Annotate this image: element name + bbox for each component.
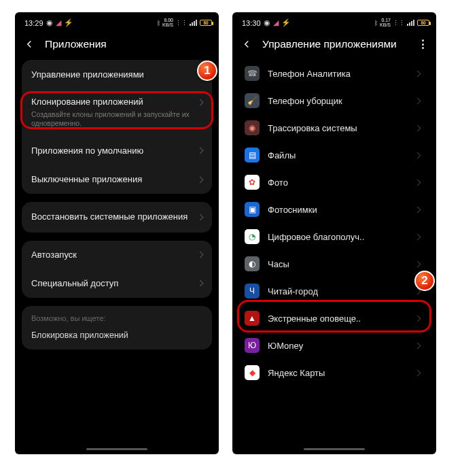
chevron-right-icon (414, 315, 421, 322)
app-row[interactable]: ◆Яндекс Карты (241, 359, 428, 386)
app-icon: Ю (245, 338, 260, 353)
wifi-icon: ⋮⋮ (393, 20, 405, 27)
chevron-right-icon (414, 97, 421, 104)
chevron-right-icon (414, 206, 421, 213)
chevron-right-icon (414, 70, 421, 77)
arrow-icon: ◢ (273, 18, 279, 27)
app-icon: 🧹 (245, 93, 260, 108)
app-icon: ▲ (245, 311, 260, 326)
more-menu-icon[interactable] (417, 39, 428, 49)
status-time: 13:29 (24, 19, 43, 27)
app-icon: Ч (245, 284, 260, 299)
hint-title: Возможно, вы ищете: (22, 314, 212, 326)
page-title: Управление приложениями (262, 38, 408, 50)
row-disabled-apps[interactable]: Выключенные приложения (22, 165, 212, 194)
row-app-management[interactable]: Управление приложениями (22, 60, 212, 90)
signal-icon (190, 20, 198, 26)
settings-group-3: Автозапуск Специальный доступ (22, 241, 212, 299)
app-icon: ◉ (245, 120, 260, 135)
app-icon: ◔ (245, 229, 260, 244)
flash-icon: ⚡ (281, 18, 291, 27)
chevron-right-icon (197, 252, 204, 258)
battery-icon: 80 (417, 20, 429, 26)
header: Приложения (15, 31, 219, 60)
chevron-right-icon (197, 148, 204, 154)
chevron-right-icon (414, 233, 421, 240)
hint-link[interactable]: Блокировка приложений (22, 326, 212, 350)
flash-icon: ⚡ (64, 18, 73, 27)
row-default-apps[interactable]: Приложения по умолчанию (22, 137, 212, 165)
app-icon: ✿ (245, 175, 260, 190)
signal-icon (407, 20, 415, 26)
arrow-icon: ◢ (56, 18, 61, 27)
app-name-label: Телефон уборщик (268, 96, 403, 106)
settings-group-1: Управление приложениями Клонирование при… (22, 60, 212, 194)
chevron-right-icon (414, 369, 421, 376)
app-icon: ▣ (245, 202, 260, 217)
status-bar: 13:29 ◉ ◢ ⚡ ᛒ 8.00KB/S ⋮⋮ 80 (15, 12, 219, 31)
chevron-right-icon (414, 179, 421, 186)
back-icon[interactable] (23, 38, 35, 50)
app-name-label: Фотоснимки (268, 205, 403, 215)
chevron-right-icon (414, 342, 421, 349)
app-row[interactable]: ◔Цифровое благополуч.. (241, 223, 428, 250)
app-name-label: Трассировка системы (268, 123, 403, 133)
chevron-right-icon (414, 260, 421, 267)
app-name-label: Файлы (268, 150, 403, 160)
header: Управление приложениями (232, 31, 436, 60)
app-row[interactable]: ☎Телефон Аналитика (241, 60, 428, 87)
battery-icon: 80 (200, 20, 212, 26)
app-name-label: Телефон Аналитика (268, 69, 403, 79)
step-badge-2: 2 (414, 271, 435, 291)
chevron-right-icon (197, 176, 204, 183)
settings-group-2: Восстановить системные приложения (22, 202, 212, 232)
chevron-right-icon (197, 214, 204, 220)
app-row[interactable]: 🧹Телефон уборщик (241, 87, 428, 114)
hint-card: Возможно, вы ищете: Блокировка приложени… (22, 306, 212, 350)
chevron-right-icon (414, 124, 421, 131)
whatsapp-icon: ◉ (46, 18, 53, 27)
phone-screen-2: 13:30 ◉ ◢ ⚡ ᛒ 0.17KB/S ⋮⋮ 80 Управление … (232, 12, 436, 454)
row-restore-system[interactable]: Восстановить системные приложения (22, 202, 212, 232)
app-row[interactable]: ЧЧитай-город (241, 277, 428, 305)
settings-list: Управление приложениями Клонирование при… (15, 60, 219, 454)
app-name-label: Часы (268, 259, 403, 269)
apps-list[interactable]: ☎Телефон Аналитика🧹Телефон уборщик◉Трасс… (232, 60, 436, 454)
row-cloning[interactable]: Клонирование приложений Создавайте клоны… (22, 90, 212, 137)
app-icon: ◆ (245, 365, 260, 380)
app-row[interactable]: ◉Трассировка системы (241, 114, 428, 141)
phone-screen-1: 13:29 ◉ ◢ ⚡ ᛒ 8.00KB/S ⋮⋮ 80 Приложения … (15, 12, 219, 454)
app-name-label: ЮMoney (268, 341, 403, 351)
row-autostart[interactable]: Автозапуск (22, 241, 212, 269)
chevron-right-icon (197, 99, 204, 105)
back-icon[interactable] (241, 38, 253, 50)
bluetooth-icon: ᛒ (374, 20, 378, 27)
home-indicator[interactable] (304, 448, 365, 450)
app-name-label: Яндекс Карты (268, 368, 403, 378)
app-name-label: Экстренные оповеще.. (268, 313, 403, 324)
app-name-label: Цифровое благополуч.. (268, 232, 403, 242)
app-icon: ▤ (245, 148, 260, 163)
app-row[interactable]: ▣Фотоснимки (241, 196, 428, 223)
page-title: Приложения (45, 38, 211, 50)
chevron-right-icon (414, 152, 421, 158)
app-name-label: Фото (268, 177, 403, 188)
status-time: 13:30 (242, 19, 261, 27)
wifi-icon: ⋮⋮ (175, 20, 188, 27)
status-bar: 13:30 ◉ ◢ ⚡ ᛒ 0.17KB/S ⋮⋮ 80 (232, 12, 436, 31)
app-name-label: Читай-город (268, 286, 403, 296)
app-row[interactable]: ▤Файлы (241, 141, 428, 169)
row-special-access[interactable]: Специальный доступ (22, 269, 212, 298)
app-row[interactable]: ✿Фото (241, 169, 428, 196)
chevron-right-icon (197, 280, 204, 287)
app-row[interactable]: ▲Экстренные оповеще.. (241, 305, 428, 332)
app-icon: ◐ (245, 256, 260, 271)
app-row[interactable]: ЮЮMoney (241, 332, 428, 359)
step-badge-1: 1 (197, 61, 217, 81)
whatsapp-icon: ◉ (264, 18, 270, 27)
network-speed: 8.00KB/S (162, 18, 173, 27)
app-row[interactable]: ◐Часы (241, 250, 428, 277)
app-icon: ☎ (245, 66, 260, 81)
home-indicator[interactable] (86, 448, 147, 450)
network-speed: 0.17KB/S (380, 18, 391, 27)
